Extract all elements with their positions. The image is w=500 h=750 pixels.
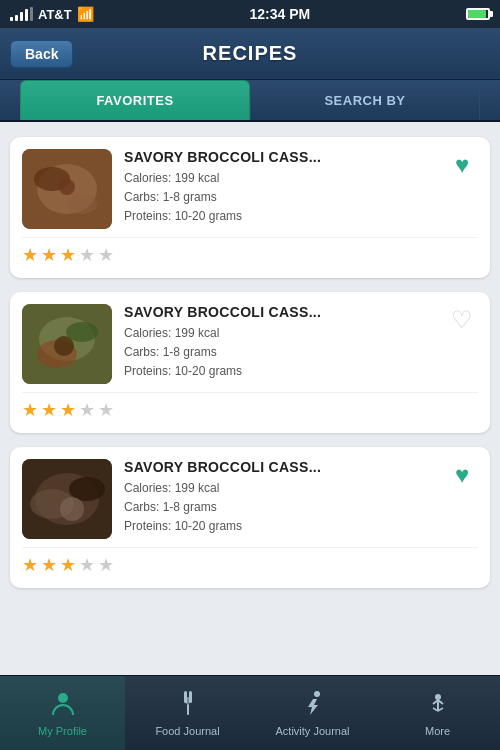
- recipe-info: SAVORY BROCCOLI CASS... Calories: 199 kc…: [124, 304, 434, 382]
- header: Back RECIPES: [0, 28, 500, 80]
- svg-point-14: [60, 497, 84, 521]
- food-icon: [174, 689, 202, 721]
- star-4: ★: [79, 399, 95, 421]
- svg-point-19: [314, 691, 320, 697]
- star-2: ★: [41, 554, 57, 576]
- nav-label-more: More: [425, 725, 450, 737]
- recipe-name: SAVORY BROCCOLI CASS...: [124, 149, 434, 165]
- star-5: ★: [98, 244, 114, 266]
- star-1: ★: [22, 399, 38, 421]
- star-2: ★: [41, 399, 57, 421]
- recipe-proteins: Proteins: 10-20 grams: [124, 517, 434, 536]
- recipe-carbs: Carbs: 1-8 grams: [124, 188, 434, 207]
- svg-point-15: [58, 693, 68, 703]
- nav-item-more[interactable]: More: [375, 676, 500, 750]
- nav-item-food-journal[interactable]: Food Journal: [125, 676, 250, 750]
- recipe-card[interactable]: SAVORY BROCCOLI CASS... Calories: 199 kc…: [10, 292, 490, 433]
- svg-point-20: [435, 694, 441, 700]
- nav-label-my-profile: My Profile: [38, 725, 87, 737]
- nav-item-activity-journal[interactable]: Activity Journal: [250, 676, 375, 750]
- recipe-info: SAVORY BROCCOLI CASS... Calories: 199 kc…: [124, 149, 434, 227]
- tabs-bar: FAVORITES SEARCH BY: [0, 80, 500, 122]
- recipe-card[interactable]: SAVORY BROCCOLI CASS... Calories: 199 kc…: [10, 447, 490, 588]
- recipe-image: [22, 459, 112, 539]
- star-5: ★: [98, 399, 114, 421]
- svg-point-9: [54, 336, 74, 356]
- tab-search-by[interactable]: SEARCH BY: [250, 80, 480, 120]
- star-rating: ★ ★ ★ ★ ★: [22, 547, 478, 576]
- recipe-name: SAVORY BROCCOLI CASS...: [124, 459, 434, 475]
- star-rating: ★ ★ ★ ★ ★: [22, 237, 478, 266]
- svg-point-4: [59, 179, 75, 195]
- recipe-top: SAVORY BROCCOLI CASS... Calories: 199 kc…: [22, 149, 478, 229]
- star-1: ★: [22, 554, 38, 576]
- star-4: ★: [79, 554, 95, 576]
- svg-rect-18: [187, 704, 189, 715]
- profile-icon: [49, 689, 77, 721]
- favorite-heart-button[interactable]: ♡: [446, 304, 478, 336]
- recipe-top: SAVORY BROCCOLI CASS... Calories: 199 kc…: [22, 459, 478, 539]
- star-5: ★: [98, 554, 114, 576]
- recipe-card[interactable]: SAVORY BROCCOLI CASS... Calories: 199 kc…: [10, 137, 490, 278]
- tab-favorites[interactable]: FAVORITES: [20, 80, 250, 120]
- nav-item-my-profile[interactable]: My Profile: [0, 676, 125, 750]
- battery-area: [466, 8, 490, 20]
- more-icon: [424, 689, 452, 721]
- back-button[interactable]: Back: [10, 40, 73, 68]
- nav-label-food-journal: Food Journal: [155, 725, 219, 737]
- recipe-carbs: Carbs: 1-8 grams: [124, 498, 434, 517]
- star-3: ★: [60, 554, 76, 576]
- star-3: ★: [60, 399, 76, 421]
- activity-icon: [299, 689, 327, 721]
- recipe-name: SAVORY BROCCOLI CASS...: [124, 304, 434, 320]
- recipe-calories: Calories: 199 kcal: [124, 324, 434, 343]
- recipe-top: SAVORY BROCCOLI CASS... Calories: 199 kc…: [22, 304, 478, 384]
- page-title: RECIPES: [203, 42, 298, 65]
- recipe-calories: Calories: 199 kcal: [124, 479, 434, 498]
- recipe-image: [22, 304, 112, 384]
- nav-label-activity-journal: Activity Journal: [276, 725, 350, 737]
- battery-icon: [466, 8, 490, 20]
- favorite-heart-button[interactable]: ♥: [446, 149, 478, 181]
- svg-point-3: [67, 194, 97, 214]
- signal-icon: [10, 7, 33, 21]
- recipe-image: [22, 149, 112, 229]
- recipe-calories: Calories: 199 kcal: [124, 169, 434, 188]
- time-display: 12:34 PM: [250, 6, 311, 22]
- star-4: ★: [79, 244, 95, 266]
- carrier-name: AT&T: [38, 7, 72, 22]
- recipe-carbs: Carbs: 1-8 grams: [124, 343, 434, 362]
- recipe-proteins: Proteins: 10-20 grams: [124, 362, 434, 381]
- recipe-info: SAVORY BROCCOLI CASS... Calories: 199 kc…: [124, 459, 434, 537]
- star-rating: ★ ★ ★ ★ ★: [22, 392, 478, 421]
- star-3: ★: [60, 244, 76, 266]
- star-1: ★: [22, 244, 38, 266]
- status-bar: AT&T 📶 12:34 PM: [0, 0, 500, 28]
- bottom-nav: My Profile Food Journal Activity Journal: [0, 675, 500, 750]
- recipe-proteins: Proteins: 10-20 grams: [124, 207, 434, 226]
- wifi-icon: 📶: [77, 6, 94, 22]
- recipes-list: SAVORY BROCCOLI CASS... Calories: 199 kc…: [0, 122, 500, 675]
- favorite-heart-button[interactable]: ♥: [446, 459, 478, 491]
- star-2: ★: [41, 244, 57, 266]
- carrier-info: AT&T 📶: [10, 6, 94, 22]
